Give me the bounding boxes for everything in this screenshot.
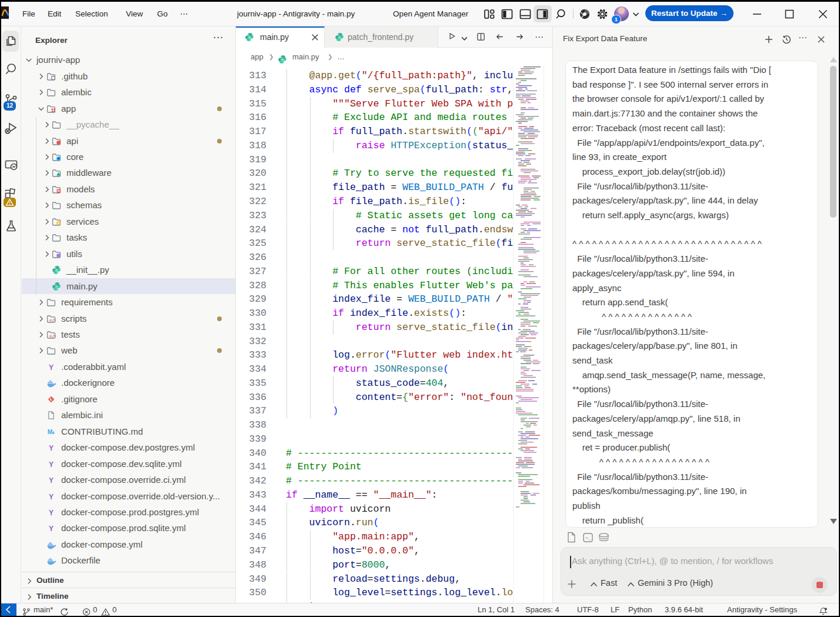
- svg-text:Y: Y: [49, 508, 54, 516]
- svg-text:Y: Y: [49, 476, 54, 485]
- svg-text:</>: </>: [49, 334, 56, 339]
- svg-text:Y: Y: [49, 363, 54, 371]
- svg-text:Y: Y: [49, 525, 54, 533]
- svg-text:</>: </>: [49, 318, 56, 323]
- svg-text:>_: >_: [585, 535, 591, 541]
- svg-text:Y: Y: [49, 492, 54, 501]
- svg-text:Y: Y: [49, 460, 54, 468]
- svg-text:Y: Y: [49, 444, 54, 452]
- svg-text:M: M: [48, 429, 52, 435]
